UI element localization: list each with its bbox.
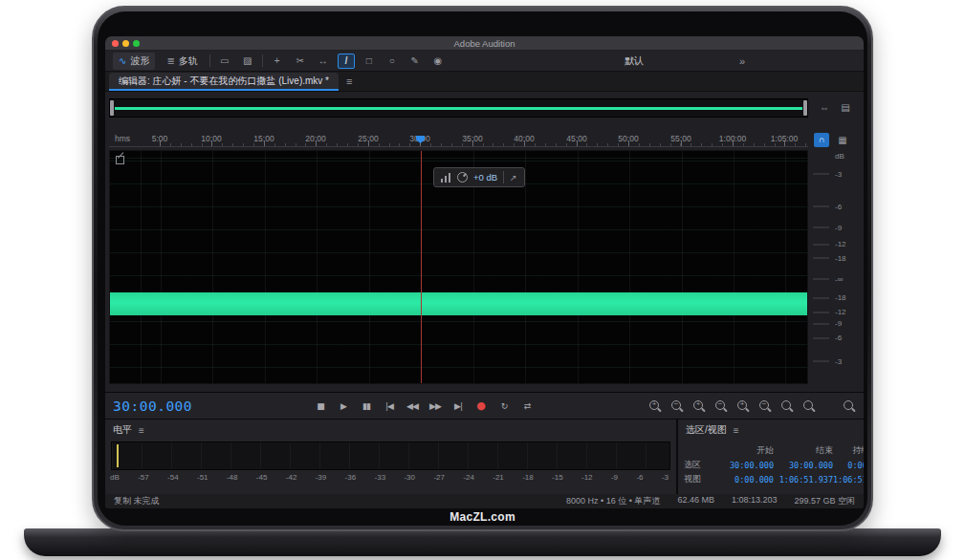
row-view-label: 视图 xyxy=(684,473,714,485)
gain-hud[interactable]: +0 dB ↗ xyxy=(433,167,525,187)
transport-bar: 30:00.000 ■ ▶ ▮▮ |◀ ◀◀ ▶▶ ▶| ● ↻ ⇄ + − + xyxy=(105,392,864,420)
workspace-selector[interactable]: 默认 xyxy=(625,54,644,68)
zoom-reset-icon[interactable] xyxy=(802,399,816,413)
fast-forward-button[interactable]: ▶▶ xyxy=(428,401,442,411)
zoom-in-time-icon[interactable]: + xyxy=(692,399,706,413)
ruler-unit-label: hms xyxy=(115,134,130,143)
overview-waveform-line xyxy=(115,107,802,110)
display-settings-icon[interactable]: ▤ xyxy=(838,100,853,115)
spot-healing-brush-tool-icon[interactable]: ◉ xyxy=(429,54,447,69)
editor-panel: ⇔ ▤ hms 5:00 10:00 15:00 20:00 25:00 30:… xyxy=(105,92,864,392)
status-duration: 1:08:13.203 xyxy=(732,495,778,507)
skip-to-start-button[interactable]: |◀ xyxy=(383,401,396,411)
laptop-frame: Adobe Audition ∿ 波形 ≣ 多轨 ▭ ▨ + ✂ ↔ I xyxy=(92,6,873,531)
overview-left-handle[interactable] xyxy=(110,100,114,116)
ruler-tick: 45:00 xyxy=(566,134,586,143)
timecode-panel-icon[interactable]: ▦ xyxy=(835,133,850,147)
time-selection-tool-icon[interactable]: I xyxy=(338,54,355,69)
scale-label: -54 xyxy=(167,473,179,482)
zoom-full-icon[interactable] xyxy=(843,399,856,413)
playhead-time-display[interactable]: 30:00.000 xyxy=(113,398,192,414)
db-label: -6 xyxy=(835,202,842,210)
scale-label: -42 xyxy=(286,473,297,482)
record-button[interactable]: ● xyxy=(474,399,488,412)
snap-toggle-icon[interactable]: ∩ xyxy=(814,133,829,147)
overview-right-handle[interactable] xyxy=(803,100,807,116)
db-label: -∞ xyxy=(835,274,843,283)
amplitude-ruler[interactable]: dB -3 -6 -9 -12 -18 -∞ -18 -12 -9 -6 -3 xyxy=(808,150,864,384)
laptop-brand: MacZL.com xyxy=(94,510,871,524)
zoom-buttons: + − + − + − xyxy=(648,393,856,419)
razor-tool-icon[interactable]: ✂ xyxy=(292,54,309,69)
selection-duration-value[interactable]: 0:00.000 xyxy=(833,461,864,470)
waveform-display[interactable]: +0 dB ↗ xyxy=(109,150,808,384)
zoom-out-time-icon[interactable]: − xyxy=(714,399,728,413)
gain-knob-icon[interactable] xyxy=(457,172,468,183)
selection-view-menu-icon[interactable]: ≡ xyxy=(734,425,739,436)
selection-view-title: 选区/视图 xyxy=(686,423,727,437)
scale-label: -48 xyxy=(227,473,238,482)
ruler-tick: 50:00 xyxy=(618,134,638,143)
zoom-selection-icon[interactable] xyxy=(780,399,794,413)
slip-tool-icon[interactable]: ↔ xyxy=(315,54,332,69)
gain-value[interactable]: +0 dB xyxy=(473,172,497,183)
selection-view-panel: 选区/视图 ≡ 开始 结束 持续时间 选区 30:00.000 30:00.00… xyxy=(678,420,864,494)
zoom-in-amplitude-icon[interactable]: + xyxy=(648,399,662,413)
selection-view-table: 开始 结束 持续时间 选区 30:00.000 30:00.000 0:00.0… xyxy=(684,443,856,486)
timeline-ruler[interactable]: hms 5:00 10:00 15:00 20:00 25:00 30:00 3… xyxy=(109,133,808,147)
zoom-out-amplitude-icon[interactable]: − xyxy=(670,399,684,413)
waveform-icon: ∿ xyxy=(119,55,126,66)
move-tool-icon[interactable]: + xyxy=(269,54,286,69)
skip-selection-button[interactable]: ⇄ xyxy=(520,401,534,411)
ruler-tick: 10:00 xyxy=(201,134,221,143)
waveform-view-label: 波形 xyxy=(130,54,149,68)
view-duration-value[interactable]: 1:06:51.937 xyxy=(833,475,864,485)
lasso-selection-tool-icon[interactable]: ○ xyxy=(384,54,401,69)
scale-label: -9 xyxy=(611,473,618,482)
zoom-out-point-icon[interactable]: − xyxy=(758,399,772,413)
scale-label: -18 xyxy=(522,473,534,482)
waveform-display-icon[interactable]: ▭ xyxy=(216,54,233,69)
ruler-tick: 1:00:00 xyxy=(719,134,746,143)
toolbar-overflow-button[interactable]: » xyxy=(739,55,745,67)
skip-to-end-button[interactable]: ▶| xyxy=(451,401,465,411)
waveform-view-button[interactable]: ∿ 波形 xyxy=(113,53,155,70)
editor-tab[interactable]: 编辑器: 庄心妍 - 不要在我的伤口撒盐 (Live).mkv * xyxy=(109,73,339,91)
rewind-button[interactable]: ◀◀ xyxy=(406,401,419,411)
overview-navigator[interactable] xyxy=(109,98,808,118)
amplitude-unit-label: dB xyxy=(835,152,844,161)
scale-label: -39 xyxy=(316,473,327,482)
ruler-tick: 35:00 xyxy=(462,134,482,143)
zoom-in-point-icon[interactable]: + xyxy=(736,399,750,413)
stop-button[interactable]: ■ xyxy=(314,401,327,411)
selection-end-value[interactable]: 30:00.000 xyxy=(774,461,833,470)
db-label: -12 xyxy=(835,308,846,316)
play-button[interactable]: ▶ xyxy=(337,401,350,411)
levels-menu-icon[interactable]: ≡ xyxy=(139,425,144,436)
peak-indicator xyxy=(117,444,119,467)
scroll-navigator-icon[interactable]: ⇔ xyxy=(817,100,832,115)
playhead-line[interactable] xyxy=(421,151,422,383)
pause-button[interactable]: ▮▮ xyxy=(360,401,373,411)
db-label: -18 xyxy=(835,293,846,302)
scale-label: -6 xyxy=(636,473,643,482)
loop-playback-button[interactable]: ↻ xyxy=(497,401,511,411)
marquee-selection-tool-icon[interactable]: □ xyxy=(361,54,378,69)
spectral-display-icon[interactable]: ▨ xyxy=(239,54,256,69)
tabbar: 编辑器: 庄心妍 - 不要在我的伤口撒盐 (Live).mkv * ≡ xyxy=(105,72,864,92)
db-label: -3 xyxy=(835,356,842,365)
multitrack-view-button[interactable]: ≣ 多轨 xyxy=(161,53,203,70)
ruler-tick: 1:05:00 xyxy=(771,134,798,143)
db-label: -3 xyxy=(835,169,842,178)
scale-label: -36 xyxy=(345,473,357,482)
paintbrush-selection-tool-icon[interactable]: ✎ xyxy=(406,54,424,69)
hud-expand-icon[interactable]: ↗ xyxy=(510,173,517,183)
level-meter-scale: dB -57 -54 -51 -48 -45 -42 -39 -36 -33 -… xyxy=(110,473,669,482)
view-start-value[interactable]: 0:00.000 xyxy=(714,475,774,485)
view-end-value[interactable]: 1:06:51.937 xyxy=(774,475,833,485)
db-label: -9 xyxy=(835,319,842,328)
panel-menu-icon[interactable]: ≡ xyxy=(346,75,352,87)
page: Adobe Audition ∿ 波形 ≣ 多轨 ▭ ▨ + ✂ ↔ I xyxy=(0,0,965,560)
selection-start-value[interactable]: 30:00.000 xyxy=(714,461,774,470)
level-meter xyxy=(111,442,670,470)
